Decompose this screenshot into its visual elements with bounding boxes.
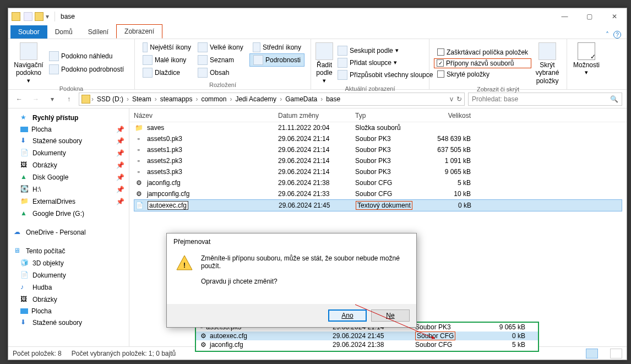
dialog-line1: Změníte-li příponu souboru, může se stát… bbox=[201, 254, 407, 270]
help-icon[interactable]: ? bbox=[613, 31, 621, 39]
file-icon: 📄 bbox=[134, 201, 144, 210]
file-row[interactable]: 📄autoexec.cfg29.06.2024 21:45Textový dok… bbox=[134, 199, 622, 211]
ribbon-tabs: Soubor Domů Sdílení Zobrazení ˄ ? bbox=[8, 25, 627, 39]
forward-button[interactable]: → bbox=[29, 93, 42, 106]
sort-by-button[interactable]: Řadit podle ▾ bbox=[316, 41, 333, 84]
nav-pictures2[interactable]: 🖼Obrázky bbox=[10, 294, 127, 306]
file-icon: ⚙ bbox=[134, 189, 144, 198]
nav-documents2[interactable]: 📄Dokumenty bbox=[10, 269, 127, 281]
view-large-icons[interactable]: Velké ikony bbox=[194, 41, 249, 53]
hide-selected-button[interactable]: Skrýt vybrané položky bbox=[532, 41, 562, 85]
preview-pane-button[interactable]: Podokno náhledu bbox=[46, 50, 127, 62]
nav-gdrive[interactable]: ▲Google Drive (G:) bbox=[10, 208, 127, 220]
file-icon: ⚙ bbox=[134, 178, 144, 187]
search-icon: 🔍 bbox=[610, 95, 618, 103]
nav-downloads[interactable]: ⬇Stažené soubory📌 bbox=[10, 135, 127, 147]
rename-input[interactable]: autoexec.cfg bbox=[148, 201, 188, 210]
file-icon: ▫ bbox=[134, 134, 144, 143]
file-icon: ⚙ bbox=[200, 332, 206, 340]
options-button[interactable]: ✓Možnosti▾ bbox=[572, 41, 601, 80]
file-extensions-toggle[interactable]: Přípony názvů souborů bbox=[434, 58, 531, 68]
tab-share[interactable]: Sdílení bbox=[80, 25, 116, 39]
hidden-items-toggle[interactable]: Skryté položky bbox=[434, 69, 531, 79]
up-button[interactable]: ↑ bbox=[62, 93, 75, 106]
nav-thispc[interactable]: 🖥Tento počítač bbox=[10, 245, 127, 257]
file-row[interactable]: 📁saves21.11.2022 20:04Složka souborů bbox=[134, 122, 622, 133]
qat-properties-icon[interactable] bbox=[24, 12, 32, 21]
tab-view[interactable]: Zobrazení bbox=[116, 24, 162, 39]
search-input[interactable]: Prohledat: base 🔍 bbox=[468, 93, 622, 106]
view-thumbs-button[interactable] bbox=[610, 349, 622, 358]
folder-icon: 📁 bbox=[134, 123, 144, 132]
file-icon: ▫ bbox=[134, 145, 144, 154]
inset-row: ⚙jaconfig.cfg29.06.2024 21:38Soubor CFG5… bbox=[196, 340, 538, 349]
nav-pictures[interactable]: 🖼Obrázky📌 bbox=[10, 159, 127, 171]
qat-newfolder-icon[interactable] bbox=[35, 12, 43, 21]
refresh-icon[interactable]: ↻ bbox=[456, 95, 462, 103]
navigation-pane-button[interactable]: Navigační podokno▾ bbox=[13, 41, 45, 84]
rename-dialog: Přejmenovat ! Změníte-li příponu souboru… bbox=[166, 233, 417, 328]
nav-music[interactable]: ♪Hudba bbox=[10, 281, 127, 294]
nav-documents[interactable]: 📄Dokumenty📌 bbox=[10, 147, 127, 159]
address-dropdown-icon[interactable]: v bbox=[450, 95, 453, 103]
view-tiles[interactable]: Dlaždice bbox=[139, 67, 194, 79]
status-count: Počet položek: 8 bbox=[13, 350, 62, 357]
nav-desktop2[interactable]: Plocha bbox=[10, 306, 127, 317]
nav-h[interactable]: 💽H:\📌 bbox=[10, 183, 127, 195]
file-icon: ▫ bbox=[134, 167, 144, 176]
view-xl-icons[interactable]: Největší ikony bbox=[139, 41, 194, 53]
view-details-button[interactable] bbox=[586, 349, 598, 358]
size-columns-button[interactable]: Přizpůsobit všechny sloupce bbox=[334, 69, 436, 81]
dialog-title: Přejmenovat bbox=[167, 233, 416, 250]
address-bar: ← → ▾ ↑ › SSD (D:)› Steam› steamapps› co… bbox=[8, 90, 627, 108]
column-headers[interactable]: Název Datum změny Typ Velikost bbox=[129, 108, 627, 122]
svg-text:!: ! bbox=[183, 262, 186, 269]
back-button[interactable]: ← bbox=[13, 93, 26, 106]
nav-quick-access[interactable]: ★Rychlý přístup bbox=[10, 112, 127, 124]
file-row[interactable]: ▫assets1.pk329.06.2024 21:14Soubor PK363… bbox=[134, 144, 622, 155]
minimize-button[interactable]: — bbox=[552, 8, 577, 25]
group-layout-label: Rozložení bbox=[139, 80, 306, 88]
nav-downloads2[interactable]: ⬇Stažené soubory bbox=[10, 317, 127, 329]
qat-dropdown-icon[interactable]: ▾ bbox=[43, 13, 51, 20]
add-columns-button[interactable]: Přidat sloupce ▾ bbox=[334, 57, 436, 69]
dialog-line2: Opravdu ji chcete změnit? bbox=[201, 278, 407, 285]
dialog-no-button[interactable]: Ne bbox=[371, 309, 410, 322]
nav-desktop[interactable]: Plocha📌 bbox=[10, 124, 127, 135]
dialog-yes-button[interactable]: Ano bbox=[328, 309, 367, 322]
details-pane-button[interactable]: Podokno podrobností bbox=[46, 63, 127, 75]
ribbon-collapse-icon[interactable]: ˄ bbox=[606, 31, 609, 39]
file-row[interactable]: ▫assets2.pk329.06.2024 21:14Soubor PK31 … bbox=[134, 155, 622, 166]
warning-icon: ! bbox=[176, 254, 193, 272]
recent-locations-button[interactable]: ▾ bbox=[46, 93, 59, 106]
navigation-pane[interactable]: ★Rychlý přístup Plocha📌 ⬇Stažené soubory… bbox=[8, 108, 129, 346]
window-title: base bbox=[58, 13, 75, 20]
inset-row: ⚙autoexec.cfg29.06.2024 21:45Soubor CFG0… bbox=[196, 332, 538, 340]
file-row[interactable]: ⚙jaconfig.cfg29.06.2024 21:38Soubor CFG5… bbox=[134, 177, 622, 188]
tab-home[interactable]: Domů bbox=[47, 25, 80, 39]
nav-3dobjects[interactable]: 🧊3D objekty bbox=[10, 257, 127, 269]
item-checkboxes-toggle[interactable]: Zaškrtávací políčka položek bbox=[434, 47, 531, 57]
view-list[interactable]: Seznam bbox=[194, 53, 249, 67]
folder-icon bbox=[12, 12, 20, 21]
file-icon: ⚙ bbox=[200, 341, 206, 349]
view-small-icons[interactable]: Malé ikony bbox=[139, 53, 194, 67]
nav-gdisk[interactable]: ▲Disk Google📌 bbox=[10, 171, 127, 183]
file-row[interactable]: ⚙jampconfig.cfg29.06.2024 21:33Soubor CF… bbox=[134, 188, 622, 199]
status-selection: Počet vybraných položek: 1; 0 bajtů bbox=[72, 350, 176, 357]
view-medium-icons[interactable]: Střední ikony bbox=[249, 41, 304, 53]
tab-file[interactable]: Soubor bbox=[10, 25, 47, 39]
file-row[interactable]: ▫assets0.pk329.06.2024 21:14Soubor PK354… bbox=[134, 133, 622, 144]
nav-onedrive[interactable]: ☁OneDrive - Personal bbox=[10, 226, 127, 238]
ribbon: Navigační podokno▾ Podokno náhledu Podok… bbox=[8, 39, 627, 90]
file-row[interactable]: ▫assets3.pk329.06.2024 21:14Soubor PK39 … bbox=[134, 166, 622, 177]
view-content[interactable]: Obsah bbox=[194, 67, 249, 79]
titlebar: ▾ base — ▢ ✕ bbox=[8, 8, 627, 25]
group-by-button[interactable]: Seskupit podle ▾ bbox=[334, 45, 436, 57]
maximize-button[interactable]: ▢ bbox=[577, 8, 602, 25]
breadcrumb[interactable]: › SSD (D:)› Steam› steamapps› common› Je… bbox=[79, 93, 465, 106]
nav-ext[interactable]: 📁ExternalDrives📌 bbox=[10, 195, 127, 208]
close-button[interactable]: ✕ bbox=[602, 8, 627, 25]
view-details[interactable]: Podrobnosti bbox=[249, 53, 304, 67]
file-icon: ▫ bbox=[134, 156, 144, 165]
